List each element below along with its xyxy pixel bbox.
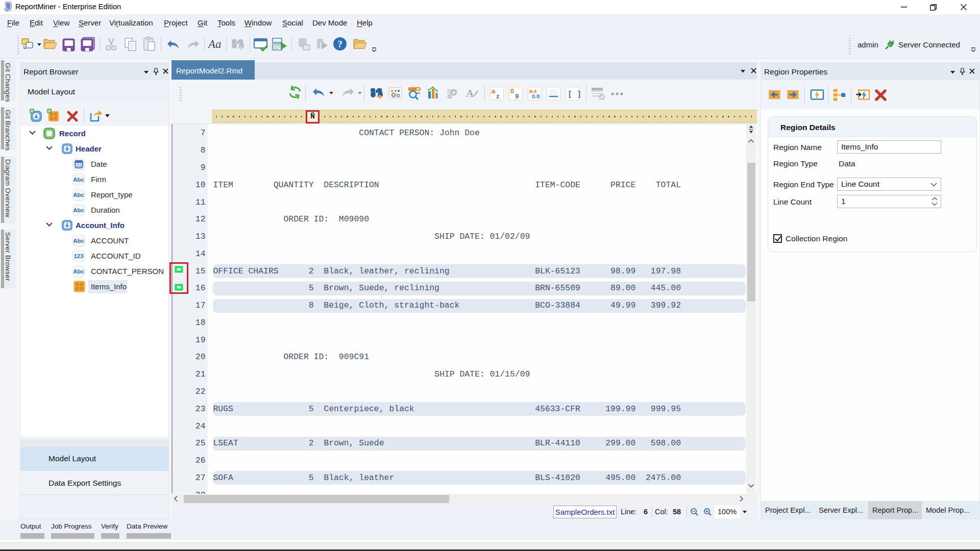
svg-text:a-z: a-z bbox=[529, 88, 537, 94]
svg-text:9: 9 bbox=[515, 92, 519, 100]
svg-text:0: 0 bbox=[510, 87, 514, 95]
svg-text:?: ? bbox=[337, 39, 342, 49]
svg-text:A: A bbox=[466, 87, 474, 99]
svg-text:a: a bbox=[492, 87, 496, 95]
svg-text:0-9: 0-9 bbox=[532, 93, 540, 99]
svg-text:[ ]: [ ] bbox=[568, 90, 581, 99]
svg-text:z: z bbox=[496, 92, 500, 100]
